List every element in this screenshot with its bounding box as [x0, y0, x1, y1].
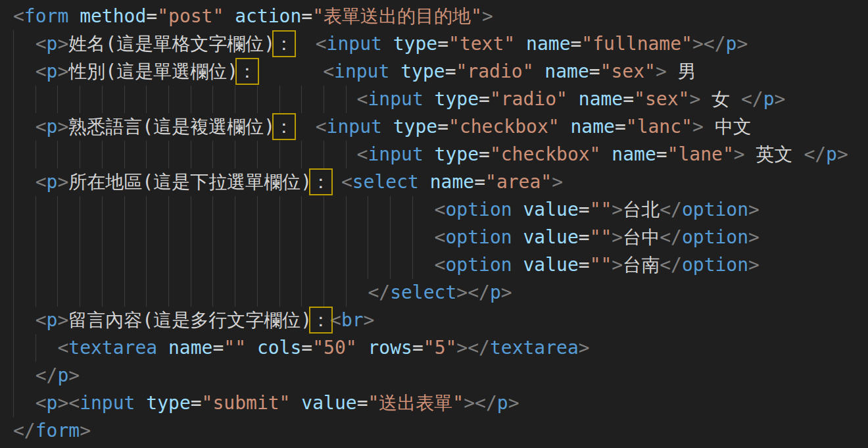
syntax-tag-name: input: [327, 116, 382, 137]
code-line[interactable]: </form>: [13, 417, 868, 445]
syntax-attribute-name: name: [579, 88, 623, 110]
syntax-attribute-name: name: [612, 143, 656, 165]
syntax-text: [256, 61, 323, 82]
code-line[interactable]: <p>熟悉語言(這是複選欄位)： <input type="checkbox" …: [13, 113, 868, 141]
syntax-text: =: [146, 5, 157, 27]
code-line-text: </p>: [13, 364, 80, 386]
syntax-punctuation: >: [57, 309, 68, 331]
code-line[interactable]: <option value="">台北</option>: [13, 196, 868, 224]
syntax-punctuation: >: [464, 392, 475, 414]
syntax-string: "表單送出的目的地": [312, 5, 482, 27]
syntax-punctuation: <: [435, 254, 446, 276]
syntax-text: [423, 88, 435, 110]
syntax-tag-name: select: [390, 282, 456, 303]
syntax-punctuation: <: [36, 33, 47, 55]
code-line[interactable]: <p>性別(這是單選欄位)： <input type="radio" name=…: [13, 58, 868, 86]
code-line[interactable]: <form method="post" action="表單送出的目的地">: [13, 3, 868, 30]
code-line[interactable]: <p>所在地區(這是下拉選單欄位)： <select name="area">: [13, 168, 868, 196]
code-line-text: <p>留言內容(這是多行文字欄位)：<br>: [13, 309, 374, 331]
syntax-punctuation: </: [13, 420, 36, 441]
syntax-tag-name: p: [47, 171, 58, 193]
code-line[interactable]: <input type="radio" name="sex"> 女 </p>: [13, 86, 868, 113]
syntax-text: 中文: [704, 116, 752, 137]
code-line[interactable]: </select></p>: [13, 279, 868, 307]
syntax-text: 女: [700, 88, 741, 110]
syntax-tag-name: option: [445, 199, 512, 220]
syntax-tag-name: form: [36, 420, 80, 441]
code-line[interactable]: <p>姓名(這是單格文字欄位)： <input type="text" name…: [13, 30, 868, 58]
syntax-attribute-name: value: [301, 392, 356, 414]
code-line[interactable]: <textarea name="" cols="50" rows="5"></t…: [13, 334, 868, 362]
syntax-tag-name: textarea: [490, 337, 579, 359]
syntax-punctuation: </: [660, 199, 682, 220]
syntax-text: [560, 116, 571, 137]
syntax-attribute-name: name: [544, 61, 589, 82]
syntax-punctuation: >: [748, 254, 760, 276]
syntax-tag-name: input: [80, 392, 135, 414]
code-line[interactable]: <p>留言內容(這是多行文字欄位)：<br>: [13, 307, 868, 334]
syntax-attribute-name: cols: [257, 337, 301, 359]
syntax-punctuation: <: [57, 337, 68, 359]
code-line[interactable]: </p>: [13, 362, 868, 389]
syntax-tag-name: input: [368, 143, 423, 165]
code-line-text: </form>: [13, 420, 91, 441]
syntax-text: [512, 254, 523, 276]
syntax-tag-name: textarea: [68, 337, 157, 359]
syntax-tag-name: p: [57, 364, 68, 386]
syntax-punctuation: >: [837, 143, 848, 165]
code-line[interactable]: <p><input type="submit" value="送出表單"></p…: [13, 389, 868, 417]
syntax-text: [13, 61, 36, 82]
syntax-string: "lane": [667, 143, 734, 165]
syntax-text: [13, 309, 36, 331]
syntax-punctuation: >: [775, 88, 786, 110]
syntax-text: [512, 226, 523, 248]
syntax-text: [423, 143, 435, 165]
code-line[interactable]: <option value="">台南</option>: [13, 251, 868, 279]
code-line[interactable]: <option value="">台中</option>: [13, 224, 868, 251]
syntax-punctuation: </: [36, 364, 58, 386]
syntax-punctuation: >: [734, 143, 745, 165]
syntax-punctuation: >: [692, 33, 704, 55]
unicode-highlight-colon: ：: [275, 116, 293, 137]
syntax-punctuation: >: [57, 171, 68, 193]
syntax-punctuation: </: [704, 33, 726, 55]
syntax-attribute-name: type: [393, 116, 437, 137]
syntax-string: "checkbox": [448, 116, 560, 137]
syntax-text: =: [479, 88, 490, 110]
syntax-string: "50": [312, 337, 356, 359]
syntax-text: =: [579, 254, 590, 276]
syntax-string: "": [590, 226, 612, 248]
syntax-text: =: [212, 337, 224, 359]
syntax-punctuation: >: [656, 61, 667, 82]
syntax-text: =: [357, 392, 368, 414]
syntax-attribute-name: name: [570, 116, 614, 137]
code-line[interactable]: <input type="checkbox" name="lane"> 英文 <…: [13, 141, 868, 168]
syntax-text: =: [191, 392, 202, 414]
syntax-punctuation: <: [36, 116, 47, 137]
syntax-punctuation: <: [357, 88, 368, 110]
syntax-tag-name: option: [445, 226, 512, 248]
syntax-punctuation: <: [316, 116, 327, 137]
code-line-text: <input type="checkbox" name="lane"> 英文 <…: [13, 143, 848, 165]
syntax-punctuation: </: [660, 226, 682, 248]
code-line-text: <p><input type="submit" value="送出表單"></p…: [13, 392, 519, 414]
syntax-text: [13, 254, 435, 276]
syntax-tag-name: p: [47, 61, 58, 82]
syntax-string: "sex": [600, 61, 656, 82]
code-editor[interactable]: <form method="post" action="表單送出的目的地"> <…: [0, 0, 868, 448]
syntax-punctuation: </: [468, 282, 490, 303]
syntax-text: 男: [667, 61, 696, 82]
syntax-punctuation: >: [579, 337, 590, 359]
syntax-tag-name: br: [341, 309, 364, 331]
code-line-text: <p>性別(這是單選欄位)： <input type="radio" name=…: [13, 61, 696, 82]
syntax-punctuation: </: [741, 88, 763, 110]
syntax-text: [293, 116, 316, 137]
syntax-tag-name: p: [497, 392, 508, 414]
syntax-text: =: [412, 337, 423, 359]
syntax-string: "post": [157, 5, 224, 27]
syntax-text: [157, 337, 168, 359]
syntax-punctuation: <: [13, 5, 24, 27]
syntax-text: 台北: [623, 199, 660, 220]
syntax-tag-name: p: [826, 143, 837, 165]
syntax-tag-name: select: [352, 171, 419, 193]
